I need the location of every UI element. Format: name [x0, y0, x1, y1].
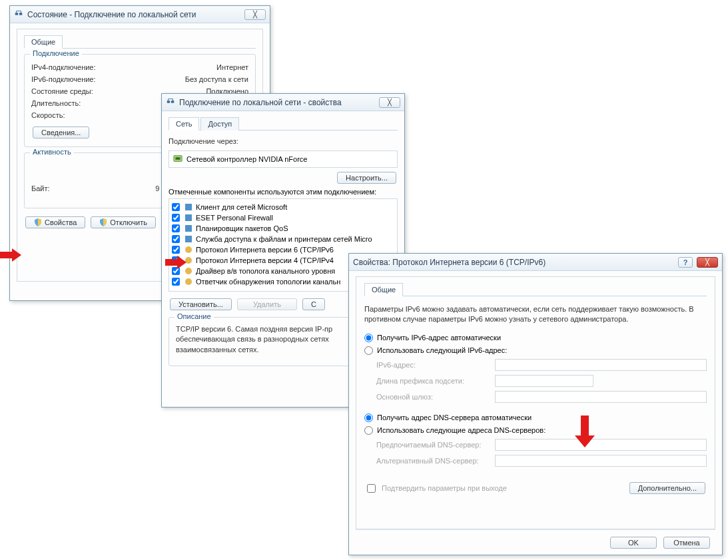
- component-icon: [184, 234, 193, 244]
- titlebar-1[interactable]: Состояние - Подключение по локальной сет…: [10, 6, 270, 23]
- advanced-button[interactable]: Дополнительно...: [629, 482, 705, 494]
- confirm-exit-line[interactable]: Подтвердить параметры при выходе: [364, 478, 507, 499]
- footer-buttons-3: OK Отмена: [356, 529, 715, 555]
- list-item[interactable]: Планировщик пакетов QoS: [171, 223, 396, 234]
- configure-button[interactable]: Настроить...: [337, 172, 396, 184]
- tab-row-2: Сеть Доступ: [169, 117, 398, 131]
- connect-via-label: Подключение через:: [169, 135, 398, 148]
- close-icon[interactable]: ╳: [379, 97, 400, 108]
- components-label: Отмеченные компоненты используются этим …: [169, 185, 398, 198]
- checkbox[interactable]: [172, 224, 180, 232]
- radio-label: Использовать следующий IPv6-адрес:: [377, 346, 507, 354]
- checkbox[interactable]: [172, 235, 180, 243]
- list-item[interactable]: Клиент для сетей Microsoft: [171, 202, 396, 212]
- radio-manual-ip[interactable]: Использовать следующий IPv6-адрес:: [364, 344, 707, 357]
- radio-label: Получить IPv6-адрес автоматически: [377, 334, 501, 342]
- adapter-icon: [173, 154, 182, 164]
- gateway-row: Основной шлюз:: [376, 389, 707, 405]
- svg-rect-7: [171, 101, 174, 103]
- component-props-button[interactable]: С: [302, 298, 325, 310]
- svg-rect-11: [185, 214, 192, 221]
- prefix-row: Длина префикса подсети:: [376, 373, 707, 389]
- red-arrow-icon: [0, 248, 23, 262]
- radio[interactable]: [364, 414, 373, 422]
- item-label: Клиент для сетей Microsoft: [196, 203, 287, 211]
- ipv4-k: IPv4-подключение:: [31, 63, 96, 71]
- install-button[interactable]: Установить...: [170, 298, 232, 310]
- cancel-button-3[interactable]: Отмена: [663, 537, 710, 549]
- window2-title: Подключение по локальной сети - свойства: [179, 98, 342, 107]
- net-icon: [166, 97, 175, 108]
- intro-text: Параметры IPv6 можно задавать автоматиче…: [364, 300, 707, 332]
- shield-icon: [34, 218, 42, 226]
- ipv6-props-window: Свойства: Протокол Интернета версии 6 (T…: [348, 253, 723, 555]
- prefix-label: Длина префикса подсети:: [376, 377, 490, 385]
- dns2-input: [495, 455, 707, 467]
- component-icon: [184, 213, 193, 222]
- help-icon[interactable]: ?: [678, 257, 693, 268]
- tab-general-3[interactable]: Общие: [364, 283, 403, 296]
- list-item[interactable]: ESET Personal Firewall: [171, 212, 396, 223]
- radio-auto-dns[interactable]: Получить адрес DNS-сервера автоматически: [364, 412, 707, 424]
- tab-network[interactable]: Сеть: [169, 117, 199, 131]
- net-icon: [14, 9, 23, 20]
- disable-lbl: Отключить: [110, 218, 147, 226]
- speed-k: Скорость:: [31, 111, 65, 119]
- window3-title: Свойства: Протокол Интернета версии 6 (T…: [353, 258, 546, 267]
- details-button[interactable]: Сведения...: [33, 127, 89, 139]
- ip-addr-row: IPv6-адрес:: [376, 357, 707, 373]
- svg-rect-0: [15, 13, 18, 15]
- checkbox[interactable]: [367, 484, 376, 493]
- protocol-icon: [184, 245, 193, 254]
- dns2-row: Альтернативный DNS-сервер:: [376, 453, 707, 469]
- tab-row-3: Общие: [364, 282, 707, 296]
- radio[interactable]: [364, 346, 373, 355]
- confirm-exit-label: Подтвердить параметры при выходе: [382, 484, 507, 492]
- svg-rect-1: [19, 13, 22, 15]
- radio-label: Получить адрес DNS-сервера автоматически: [377, 414, 532, 421]
- shield-icon: [99, 218, 107, 226]
- item-label: Ответчик обнаружения топологии канальн: [196, 278, 340, 286]
- titlebar-3[interactable]: Свойства: Протокол Интернета версии 6 (T…: [349, 254, 722, 271]
- media-k: Состояние среды:: [31, 87, 93, 95]
- bytes-k: Байт:: [31, 184, 50, 192]
- item-label: ESET Personal Firewall: [196, 214, 273, 222]
- list-item[interactable]: Служба доступа к файлам и принтерам сете…: [171, 234, 396, 244]
- ip-addr-input: [495, 359, 707, 371]
- red-arrow-down-icon: [575, 416, 595, 450]
- checkbox[interactable]: [172, 246, 180, 254]
- remove-button: Удалить: [237, 298, 297, 310]
- disable-button[interactable]: Отключить: [91, 216, 156, 228]
- radio[interactable]: [364, 334, 373, 342]
- dns1-label: Предпочитаемый DNS-сервер:: [376, 441, 490, 449]
- close-icon[interactable]: ╳: [697, 257, 718, 268]
- checkbox[interactable]: [172, 214, 180, 222]
- svg-rect-13: [185, 236, 192, 242]
- tab-row-1: Общие: [24, 35, 256, 49]
- radio-label: Использовать следующие адреса DNS-сервер…: [377, 426, 546, 434]
- dns2-label: Альтернативный DNS-сервер:: [376, 457, 490, 465]
- component-icon: [184, 202, 193, 212]
- dns1-row: Предпочитаемый DNS-сервер:: [376, 437, 707, 453]
- checkbox[interactable]: [172, 203, 180, 211]
- tab-access[interactable]: Доступ: [200, 117, 239, 131]
- description-legend: Описание: [175, 312, 214, 320]
- svg-point-14: [185, 246, 192, 253]
- dns1-input: [495, 439, 707, 451]
- adapter-box: Сетевой контроллер NVIDIA nForce: [169, 150, 398, 168]
- radio-manual-dns[interactable]: Использовать следующие адреса DNS-сервер…: [364, 424, 707, 437]
- item-label: Планировщик пакетов QoS: [196, 224, 288, 232]
- tab-general-1[interactable]: Общие: [24, 35, 63, 49]
- radio[interactable]: [364, 426, 373, 435]
- titlebar-2[interactable]: Подключение по локальной сети - свойства…: [162, 94, 404, 111]
- activity-legend: Активность: [30, 148, 74, 156]
- close-icon[interactable]: ╳: [244, 9, 266, 20]
- svg-rect-10: [185, 204, 192, 210]
- ipv6-v: Без доступа к сети: [185, 75, 248, 83]
- duration-k: Длительность:: [31, 99, 81, 107]
- ok-button-3[interactable]: OK: [610, 537, 657, 549]
- radio-auto-ip[interactable]: Получить IPv6-адрес автоматически: [364, 332, 707, 344]
- properties-button[interactable]: Свойства: [25, 216, 85, 228]
- checkbox[interactable]: [172, 278, 180, 286]
- gateway-label: Основной шлюз:: [376, 393, 490, 401]
